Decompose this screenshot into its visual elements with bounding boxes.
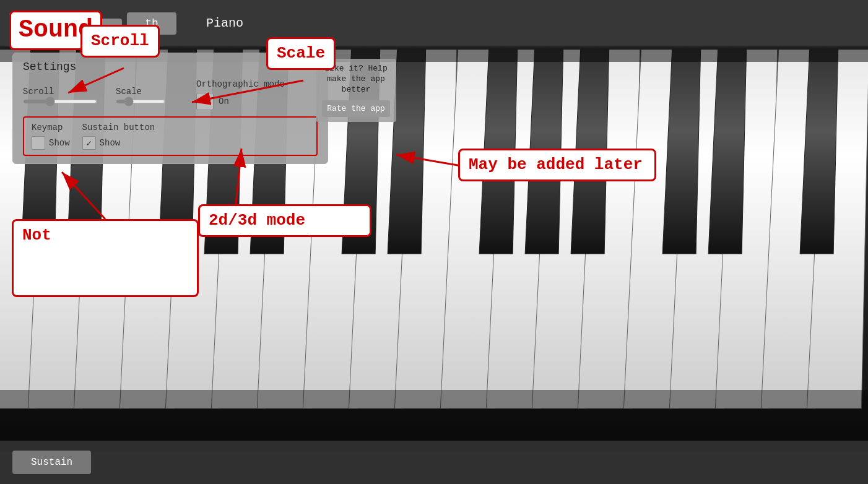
keymap-checkbox[interactable]: [32, 136, 45, 150]
scroll-slider[interactable]: [23, 100, 97, 103]
scroll-col: Scroll: [23, 87, 97, 103]
scale-slider[interactable]: [116, 100, 165, 103]
keymap-sustain-row: Keymap Show Sustain button ✓ Show: [23, 116, 318, 156]
keymap-checkbox-row: Show: [32, 136, 70, 150]
annotation-2d3d: 2d/3d mode: [198, 204, 371, 237]
annotation-scroll: Scroll: [80, 25, 160, 58]
rate-app-button[interactable]: Rate the app: [322, 100, 390, 117]
scale-label: Scale: [116, 87, 165, 97]
keymap-show-label: Show: [49, 138, 70, 148]
ortho-section: Orthographic mode On: [196, 79, 285, 110]
piano-label: Piano: [206, 16, 243, 30]
settings-sliders-row: Scroll Scale Orthographic mode On: [23, 79, 318, 110]
sustain-checkbox[interactable]: ✓: [82, 136, 96, 150]
sustain-col: Sustain button ✓ Show: [82, 123, 155, 150]
sustain-button-label: Sustain button: [82, 123, 155, 132]
annotation-later: May be added later: [458, 149, 656, 181]
scroll-label: Scroll: [23, 87, 97, 97]
scale-col: Scale: [116, 87, 165, 103]
keymap-label: Keymap: [32, 123, 70, 132]
ortho-on-label: On: [219, 97, 229, 106]
sustain-checkbox-row: ✓ Show: [82, 136, 155, 150]
scale-slider-container: [116, 100, 165, 103]
annotation-scale: Scale: [266, 37, 336, 70]
ortho-toggle-row: On: [196, 93, 285, 110]
ortho-toggle[interactable]: [196, 93, 214, 110]
bottom-bar: Sustain: [0, 441, 868, 484]
annotation-not: Not: [12, 219, 199, 297]
sustain-button[interactable]: Sustain: [12, 451, 91, 474]
ortho-label: Orthographic mode: [196, 79, 285, 89]
keymap-col: Keymap Show: [32, 123, 70, 150]
scroll-slider-container: [23, 100, 97, 103]
sustain-show-label: Show: [100, 138, 121, 148]
